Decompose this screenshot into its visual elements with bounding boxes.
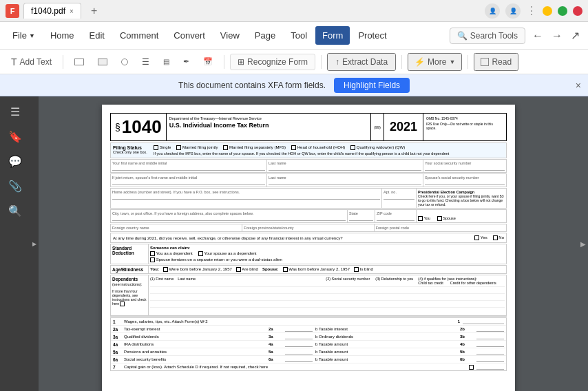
mfs-note: If you checked the MFS box, enter the na… (154, 151, 504, 156)
field-icon-4[interactable]: ☰ (136, 54, 155, 70)
line-input-3b[interactable] (476, 334, 504, 339)
line-7-checkbox[interactable] (469, 365, 474, 370)
toolbar-separator-5 (468, 55, 468, 69)
joint-name-input[interactable] (112, 180, 265, 185)
field-icon-3[interactable] (116, 56, 134, 68)
line-box-6a: 6a (269, 357, 282, 361)
menu-tool[interactable]: Tool (284, 26, 314, 45)
joint-last-input[interactable] (269, 180, 421, 185)
sidebar-icon-bookmark[interactable]: 🔖 (6, 127, 25, 146)
yes-no-area: Yes No (474, 235, 504, 240)
zip-field: ZIP code (375, 210, 417, 222)
ssn-input[interactable] (425, 165, 505, 171)
state-input[interactable] (349, 215, 373, 221)
line-input-6a[interactable] (285, 357, 313, 362)
apt-input[interactable] (384, 194, 414, 200)
last-name-input[interactable] (269, 165, 421, 171)
city-input[interactable] (112, 215, 346, 221)
left-panel-collapse[interactable]: ▶ (30, 96, 39, 391)
line-input-4b[interactable] (476, 341, 504, 347)
nav-external-icon[interactable]: ↗ (568, 26, 582, 45)
menu-view[interactable]: View (213, 26, 246, 45)
line-desc-4b: b Taxable amount (315, 342, 457, 346)
pdf-viewer[interactable]: § 1040 Department of the Treasury—Intern… (39, 96, 578, 391)
field-icon-1[interactable] (69, 56, 90, 68)
line-desc-2a: Tax-exempt interest (124, 327, 266, 331)
you-label: You: (150, 267, 159, 272)
sidebar-icon-menu[interactable]: ☰ (6, 102, 25, 121)
search-tools-button[interactable]: 🔍 Search Tools (450, 28, 525, 44)
dependents-cols: (1) First name Last name (2) Social secu… (149, 275, 506, 315)
menu-form[interactable]: Form (315, 26, 350, 45)
line-desc-3b: b Ordinary dividends (315, 335, 457, 339)
address-input[interactable] (112, 194, 380, 200)
line-input-5a[interactable] (285, 349, 313, 355)
field-icon-6[interactable]: ✒ (178, 54, 195, 69)
nav-forward-button[interactable]: → (549, 27, 565, 45)
line-desc-5a: Pensions and annuities (124, 350, 266, 354)
deduction-section: StandardDeduction Someone can claim: You… (110, 244, 507, 264)
date-icon: 📅 (203, 57, 213, 66)
line-input-6b[interactable] (476, 357, 504, 362)
spouse-ssn-input[interactable] (425, 180, 505, 185)
tab[interactable]: f1040.pdf × (23, 3, 81, 19)
form-title: U.S. Individual Income Tax Return (169, 122, 368, 129)
foreign-country-field: Foreign country name (111, 224, 242, 231)
line-desc-2b: b Taxable interest (315, 327, 457, 331)
avatar-1: 👤 (485, 3, 500, 19)
sidebar-icon-comment[interactable]: 💬 (6, 151, 25, 171)
close-button[interactable] (573, 6, 582, 16)
field-icon-7[interactable]: 📅 (198, 54, 218, 69)
menu-file[interactable]: File ▼ (6, 28, 42, 43)
form-section-symbol: § 1040 (111, 114, 167, 140)
line-input-1[interactable] (463, 319, 504, 324)
form-dept-area: Department of the Treasury—Internal Reve… (167, 114, 372, 140)
irs-note: IRS Use Only—Do not write or staple in t… (426, 122, 503, 130)
filing-status-label-area: Filing Status Check only one box. (113, 145, 151, 154)
line-input-2b[interactable] (476, 326, 504, 332)
tab-close-icon[interactable]: × (70, 8, 74, 15)
menu-home[interactable]: Home (43, 26, 81, 45)
more-button[interactable]: ⚡ More ▼ (408, 53, 462, 71)
field-icon-5[interactable]: ▤ (158, 55, 175, 68)
line-box-1: 1 (446, 319, 460, 324)
cb-you: You (418, 216, 430, 221)
menu-convert[interactable]: Convert (167, 26, 212, 45)
right-panel-expand-icon[interactable]: ▶ (580, 240, 586, 248)
more-options-icon[interactable]: ⋮ (526, 4, 537, 17)
sidebar-icon-attachment[interactable]: 📎 (6, 176, 25, 196)
line-desc-6b: b Taxable amount (315, 357, 457, 361)
more-dropdown-icon: ▼ (449, 59, 455, 65)
line-input-2a[interactable] (285, 326, 313, 332)
line-input-3a[interactable] (285, 334, 313, 339)
extract-data-button[interactable]: ↑ Extract Data (327, 53, 396, 71)
highlight-fields-button[interactable]: Highlight Fields (334, 78, 410, 93)
line-input-7[interactable] (476, 364, 504, 370)
section-symbol: § (115, 122, 120, 133)
cb-born-before: Were born before January 2, 1957 (163, 267, 232, 272)
menu-comment[interactable]: Comment (113, 26, 165, 45)
nav-back-button[interactable]: ← (529, 27, 546, 45)
read-button[interactable]: Read (474, 53, 518, 71)
recognize-form-button[interactable]: ⊞ Recognize Form (230, 54, 315, 70)
xfa-banner: This document contains XFA form fields. … (0, 74, 588, 96)
zip-input[interactable] (377, 215, 414, 221)
menu-page[interactable]: Page (248, 26, 282, 45)
minimize-button[interactable] (543, 6, 552, 16)
maximize-button[interactable] (558, 6, 567, 16)
line-input-5b[interactable] (476, 349, 504, 355)
dep-col-4: (3) Relationship to you (375, 277, 417, 285)
field-icon-2[interactable] (92, 56, 113, 68)
line-input-4a[interactable] (285, 341, 313, 347)
new-tab-button[interactable]: + (85, 2, 103, 20)
xfa-close-button[interactable]: × (576, 80, 581, 91)
add-text-button[interactable]: T Add Text (6, 54, 57, 70)
line-desc-6a: Social security benefits (124, 357, 266, 361)
sidebar-icon-search[interactable]: 🔍 (6, 201, 25, 220)
file-label: File (12, 30, 27, 41)
first-name-input[interactable] (112, 165, 265, 171)
left-sidebar: ☰ 🔖 💬 📎 🔍 (0, 96, 30, 391)
pec-note: Check here if you, or your spouse if fil… (418, 194, 505, 207)
menu-edit[interactable]: Edit (83, 26, 112, 45)
menu-protect[interactable]: Protect (351, 26, 393, 45)
